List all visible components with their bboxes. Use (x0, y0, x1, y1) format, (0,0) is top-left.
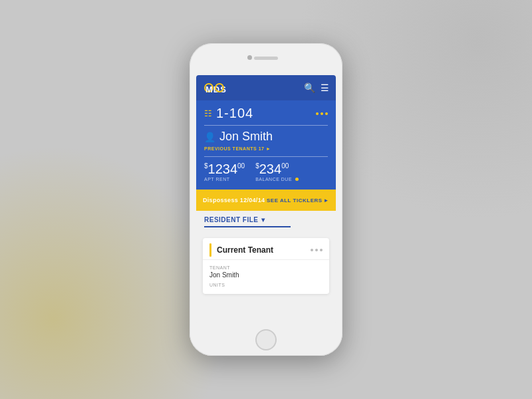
card-dot2 (315, 249, 318, 251)
prev-tenants-count: 17 ► (259, 146, 271, 151)
balance-indicator (295, 178, 299, 181)
tenant-field-label: TENANT (209, 265, 323, 270)
unit-row: ☷ 1-104 (204, 106, 328, 121)
tenant-name-header[interactable]: Jon Smith (219, 130, 273, 144)
resident-file-tab[interactable]: RESIDENT FILE ▾ (196, 211, 336, 233)
unit-number: 1-104 (216, 106, 253, 121)
ticker-banner[interactable]: Dispossess 12/04/14 SEE ALL TICKLERS ► (196, 190, 336, 211)
nav-bar: MDS 🔍 ☰ (196, 75, 336, 100)
search-icon[interactable]: 🔍 (304, 82, 315, 93)
blue-section: ☷ 1-104 👤 Jon Smith PREVIOUS TENANTS (196, 100, 336, 190)
app-logo: MDS (203, 82, 224, 93)
card-title: Current Tenant (217, 245, 311, 255)
divider2 (204, 156, 328, 157)
resident-file-label: RESIDENT FILE ▾ (204, 216, 328, 223)
balance-amount: $23400 (255, 162, 298, 176)
ticker-link[interactable]: SEE ALL TICKLERS ► (267, 198, 329, 203)
ticker-text: Dispossess 12/04/14 (203, 197, 265, 203)
dot2 (321, 112, 323, 115)
balance-due: $23400 BALANCE DUE (255, 162, 298, 182)
screen: MDS 🔍 ☰ ☷ 1-104 (196, 75, 336, 325)
tenant-row: 👤 Jon Smith (204, 130, 328, 144)
unit-label: ☷ 1-104 (204, 106, 253, 121)
apt-rent-amount: $123400 (204, 162, 245, 176)
previous-tenants-row[interactable]: PREVIOUS TENANTS 17 ► (204, 146, 328, 151)
card-accent-bar (209, 243, 211, 257)
prev-tenants-label: PREVIOUS TENANTS (204, 146, 257, 151)
apt-rent: $123400 APT RENT (204, 162, 245, 182)
ticker-link-text: SEE ALL TICKLERS (267, 198, 323, 203)
nav-icons: 🔍 ☰ (304, 82, 329, 93)
phone-camera (247, 55, 252, 60)
phone-shell: MDS 🔍 ☰ ☷ 1-104 (190, 43, 342, 356)
rent-whole: 1234 (208, 162, 238, 176)
person-icon: 👤 (204, 132, 215, 142)
card-area: Current Tenant TENANT Jon Smith UNITS (196, 233, 336, 325)
financials: $123400 APT RENT $23400 BALANCE DUE (204, 162, 328, 182)
logo-text: MDS (204, 83, 213, 92)
building-icon: ☷ (204, 108, 212, 118)
rent-cents: 00 (237, 162, 245, 170)
dot1 (316, 112, 319, 115)
card-header: Current Tenant (203, 238, 329, 260)
tenant-field-value: Jon Smith (209, 271, 323, 279)
home-button[interactable] (255, 329, 277, 350)
balance-whole: 234 (259, 162, 281, 176)
balance-label: BALANCE DUE (255, 177, 298, 182)
card-dot3 (320, 249, 323, 251)
card-dot1 (311, 249, 313, 251)
apt-rent-label: APT RENT (204, 177, 245, 182)
current-tenant-card: Current Tenant TENANT Jon Smith UNITS (203, 238, 329, 294)
resident-file-text: RESIDENT FILE (204, 216, 259, 223)
card-body: TENANT Jon Smith UNITS (203, 260, 329, 294)
chevron-right-icon: ► (324, 198, 329, 203)
dot3 (325, 112, 328, 115)
menu-icon[interactable]: ☰ (321, 82, 329, 93)
card-options[interactable] (311, 249, 323, 251)
divider1 (204, 125, 328, 126)
units-field-label: UNITS (209, 283, 323, 287)
balance-cents: 00 (281, 162, 289, 170)
dropdown-icon: ▾ (261, 216, 265, 223)
options-menu[interactable] (316, 112, 328, 115)
tab-underline (204, 226, 291, 227)
logo-circle (215, 83, 224, 92)
phone-wrapper: MDS 🔍 ☰ ☷ 1-104 (190, 43, 342, 356)
